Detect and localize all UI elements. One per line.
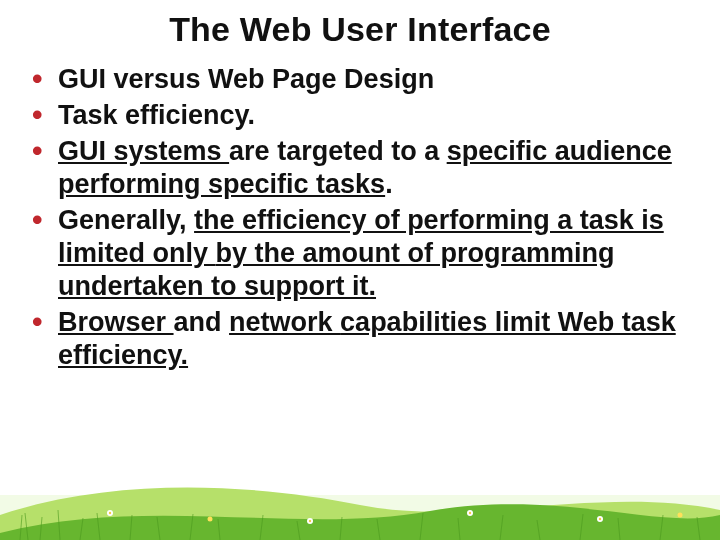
svg-point-7 bbox=[597, 516, 603, 522]
slide-title: The Web User Interface bbox=[26, 10, 694, 49]
svg-point-2 bbox=[109, 512, 111, 514]
list-item: GUI versus Web Page Design bbox=[26, 63, 694, 96]
bullet-list: GUI versus Web Page Design Task efficien… bbox=[26, 63, 694, 371]
list-item: GUI systems are targeted to a specific a… bbox=[26, 135, 694, 201]
svg-point-5 bbox=[467, 510, 473, 516]
svg-point-6 bbox=[469, 512, 471, 514]
svg-point-4 bbox=[309, 520, 311, 522]
list-item: Browser and network capabilities limit W… bbox=[26, 306, 694, 372]
svg-point-1 bbox=[107, 510, 113, 516]
grass-decoration bbox=[0, 455, 720, 540]
svg-point-10 bbox=[678, 513, 683, 518]
list-item: Generally, the efficiency of performing … bbox=[26, 204, 694, 303]
svg-point-3 bbox=[307, 518, 313, 524]
svg-point-9 bbox=[208, 517, 213, 522]
svg-rect-0 bbox=[0, 495, 720, 540]
svg-point-8 bbox=[599, 518, 601, 520]
slide: The Web User Interface GUI versus Web Pa… bbox=[0, 0, 720, 540]
list-item: Task efficiency. bbox=[26, 99, 694, 132]
